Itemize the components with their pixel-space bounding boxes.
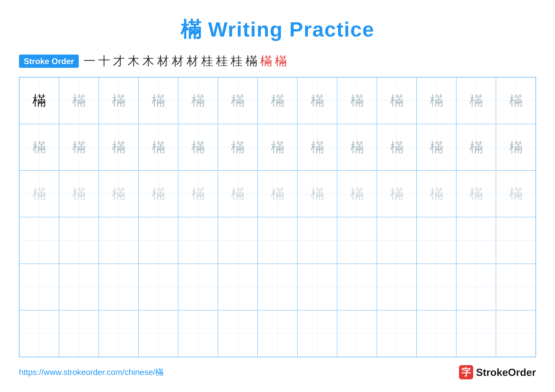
grid-cell-5-10[interactable]: [416, 310, 456, 357]
cell-char-2-12: 樠: [509, 185, 523, 203]
grid-cell-3-2[interactable]: [99, 217, 139, 264]
stroke-step-3: 木: [128, 53, 139, 69]
grid-cell-5-8[interactable]: [337, 310, 377, 357]
grid-cell-5-11[interactable]: [456, 310, 496, 357]
cell-char-0-8: 樠: [350, 92, 364, 110]
footer-url[interactable]: https://www.strokeorder.com/chinese/樠: [19, 367, 163, 378]
grid-cell-1-1[interactable]: 樠: [59, 124, 99, 171]
grid-cell-4-11[interactable]: [456, 264, 496, 310]
cell-char-1-8: 樠: [350, 138, 364, 156]
grid-cell-3-8[interactable]: [337, 217, 377, 264]
cell-char-2-9: 樠: [390, 185, 403, 203]
grid-row-4: [19, 264, 536, 310]
grid-cell-1-10[interactable]: 樠: [416, 124, 456, 171]
grid-cell-5-1[interactable]: [59, 310, 99, 357]
grid-cell-3-7[interactable]: [297, 217, 337, 264]
grid-cell-3-12[interactable]: [496, 217, 536, 264]
stroke-step-4: 木: [142, 53, 154, 69]
grid-cell-2-6[interactable]: 樠: [258, 171, 297, 217]
grid-cell-0-2[interactable]: 樠: [99, 77, 139, 124]
grid-cell-4-8[interactable]: [337, 264, 377, 310]
cell-char-0-1: 樠: [72, 92, 86, 110]
stroke-step-10: 桂: [231, 53, 242, 69]
grid-cell-4-3[interactable]: [139, 264, 178, 310]
grid-cell-1-8[interactable]: 樠: [337, 124, 377, 171]
grid-cell-4-9[interactable]: [377, 264, 416, 310]
grid-cell-1-9[interactable]: 樠: [377, 124, 416, 171]
grid-cell-0-10[interactable]: 樠: [416, 77, 456, 124]
grid-cell-4-1[interactable]: [59, 264, 99, 310]
grid-cell-2-7[interactable]: 樠: [297, 171, 337, 217]
cell-char-0-7: 樠: [311, 92, 324, 110]
grid-cell-5-5[interactable]: [218, 310, 258, 357]
grid-cell-5-6[interactable]: [258, 310, 297, 357]
grid-cell-5-3[interactable]: [139, 310, 178, 357]
grid-cell-2-12[interactable]: 樠: [496, 171, 536, 217]
grid-cell-1-0[interactable]: 樠: [19, 124, 59, 171]
grid-cell-3-9[interactable]: [377, 217, 416, 264]
grid-cell-0-7[interactable]: 樠: [297, 77, 337, 124]
grid-cell-4-0[interactable]: [19, 264, 59, 310]
grid-cell-1-7[interactable]: 樠: [297, 124, 337, 171]
page-title: 樠 Writing Practice: [181, 16, 374, 44]
stroke-step-7: 材: [187, 53, 198, 69]
cell-char-2-2: 樠: [112, 185, 125, 203]
grid-cell-2-4[interactable]: 樠: [178, 171, 218, 217]
stroke-step-0: 一: [84, 53, 95, 69]
grid-cell-2-10[interactable]: 樠: [416, 171, 456, 217]
grid-cell-0-0[interactable]: 樠: [19, 77, 59, 124]
grid-cell-4-5[interactable]: [218, 264, 258, 310]
grid-cell-0-11[interactable]: 樠: [456, 77, 496, 124]
grid-cell-2-0[interactable]: 樠: [19, 171, 59, 217]
grid-cell-3-3[interactable]: [139, 217, 178, 264]
grid-cell-0-3[interactable]: 樠: [139, 77, 178, 124]
stroke-steps: 一十才木木材材材桂桂桂樠樠樠: [84, 53, 287, 69]
grid-cell-0-12[interactable]: 樠: [496, 77, 536, 124]
grid-row-5: [19, 310, 536, 357]
grid-cell-1-6[interactable]: 樠: [258, 124, 297, 171]
grid-cell-5-9[interactable]: [377, 310, 416, 357]
grid-cell-5-12[interactable]: [496, 310, 536, 357]
grid-cell-2-11[interactable]: 樠: [456, 171, 496, 217]
grid-cell-3-10[interactable]: [416, 217, 456, 264]
grid-cell-4-4[interactable]: [178, 264, 218, 310]
grid-cell-0-4[interactable]: 樠: [178, 77, 218, 124]
grid-cell-0-8[interactable]: 樠: [337, 77, 377, 124]
grid-cell-4-7[interactable]: [297, 264, 337, 310]
grid-cell-3-5[interactable]: [218, 217, 258, 264]
grid-cell-0-5[interactable]: 樠: [218, 77, 258, 124]
title-text: Writing Practice: [202, 18, 374, 41]
grid-cell-3-11[interactable]: [456, 217, 496, 264]
grid-cell-5-4[interactable]: [178, 310, 218, 357]
grid-cell-1-4[interactable]: 樠: [178, 124, 218, 171]
grid-cell-2-5[interactable]: 樠: [218, 171, 258, 217]
grid-cell-3-1[interactable]: [59, 217, 99, 264]
grid-cell-0-1[interactable]: 樠: [59, 77, 99, 124]
grid-cell-5-0[interactable]: [19, 310, 59, 357]
practice-grid: 樠樠樠樠樠樠樠樠樠樠樠樠樠樠樠樠樠樠樠樠樠樠樠樠樠樠樠樠樠樠樠樠樠樠樠樠樠樠樠: [19, 77, 536, 357]
grid-cell-1-11[interactable]: 樠: [456, 124, 496, 171]
grid-cell-2-9[interactable]: 樠: [377, 171, 416, 217]
grid-cell-3-4[interactable]: [178, 217, 218, 264]
grid-cell-0-9[interactable]: 樠: [377, 77, 416, 124]
grid-cell-1-2[interactable]: 樠: [99, 124, 139, 171]
cell-char-2-0: 樠: [32, 185, 46, 203]
grid-cell-4-6[interactable]: [258, 264, 297, 310]
grid-cell-3-6[interactable]: [258, 217, 297, 264]
cell-char-2-7: 樠: [311, 185, 324, 203]
grid-cell-2-8[interactable]: 樠: [337, 171, 377, 217]
grid-cell-4-12[interactable]: [496, 264, 536, 310]
grid-cell-1-3[interactable]: 樠: [139, 124, 178, 171]
grid-cell-2-3[interactable]: 樠: [139, 171, 178, 217]
grid-cell-2-2[interactable]: 樠: [99, 171, 139, 217]
grid-cell-4-10[interactable]: [416, 264, 456, 310]
grid-cell-3-0[interactable]: [19, 217, 59, 264]
grid-cell-5-7[interactable]: [297, 310, 337, 357]
grid-cell-2-1[interactable]: 樠: [59, 171, 99, 217]
grid-cell-1-12[interactable]: 樠: [496, 124, 536, 171]
grid-cell-1-5[interactable]: 樠: [218, 124, 258, 171]
grid-cell-4-2[interactable]: [99, 264, 139, 310]
footer: https://www.strokeorder.com/chinese/樠 字 …: [19, 357, 536, 379]
grid-cell-0-6[interactable]: 樠: [258, 77, 297, 124]
grid-cell-5-2[interactable]: [99, 310, 139, 357]
